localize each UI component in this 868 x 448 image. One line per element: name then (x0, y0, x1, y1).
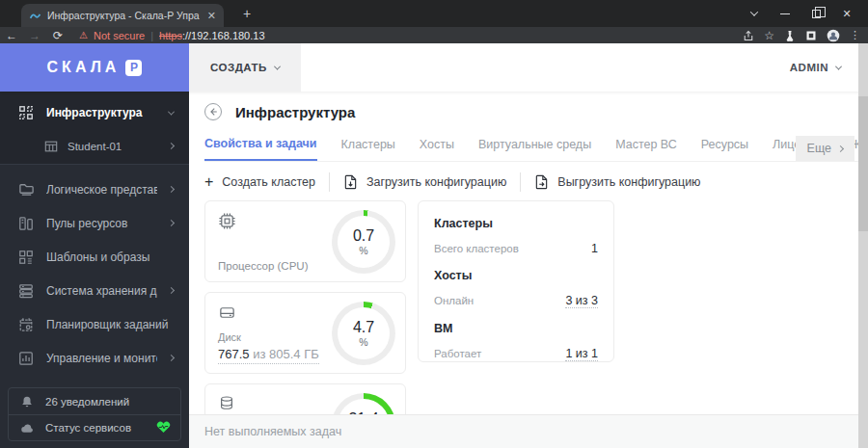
tab-vs-master[interactable]: Мастер ВС (615, 138, 677, 160)
summary-row: Работает 1 из 1 (434, 347, 598, 361)
skala-favicon (29, 10, 41, 22)
chevron-right-icon (168, 186, 175, 193)
cloud-icon (18, 419, 36, 436)
window-controls: ✕ (739, 0, 862, 27)
vm-running-link[interactable]: 1 из 1 (565, 347, 598, 361)
sidebar-active-group: Инфраструктура Student-01 (0, 92, 189, 165)
sidebar-item-student-01[interactable]: Student-01 (0, 130, 189, 162)
extension-flask-icon[interactable] (784, 30, 796, 41)
page-scrollbar[interactable] (858, 43, 868, 448)
tab-hosts[interactable]: Хосты (420, 138, 454, 160)
browser-menu-icon[interactable]: ⋮ (850, 29, 860, 41)
browser-tab[interactable]: Инфраструктура - Скала-Р Упра ✕ (21, 4, 224, 27)
sidebar-item-templates-images[interactable]: Шаблоны и образы (0, 240, 189, 274)
divider (520, 172, 521, 192)
summary-label: Работает (434, 348, 481, 359)
hosts-online-link[interactable]: 3 из 3 (565, 294, 598, 308)
user-menu[interactable]: ADMIN (790, 43, 841, 92)
disk-used-value: 767.5 (218, 347, 250, 361)
cpu-chip-icon (218, 212, 236, 234)
share-icon[interactable] (743, 30, 754, 41)
export-config-button[interactable]: Выгрузить конфигурацию (534, 174, 700, 190)
tab-more-label: Еще (807, 142, 831, 155)
disk-usage-link[interactable]: 767.5 из 805.4 ГБ (218, 347, 319, 364)
chevron-right-icon (168, 220, 175, 226)
tab-close-icon[interactable]: ✕ (207, 10, 216, 22)
user-menu-label: ADMIN (790, 62, 828, 73)
sidebar-item-label: Шаблоны и образы (46, 250, 174, 264)
summary-label: Всего кластеров (434, 243, 519, 254)
notifications-button[interactable]: 26 уведомлений (9, 388, 180, 414)
file-export-icon (534, 174, 549, 190)
load-config-button[interactable]: Загрузить конфигурацию (343, 174, 506, 190)
url-scheme: https (159, 30, 182, 41)
sidebar-item-label: Логическое представление (46, 183, 157, 197)
scheduler-calendar-icon (17, 316, 35, 333)
sidebar-item-management-monitoring[interactable]: Управление и мониторинг (0, 341, 189, 375)
scrollbar-thumb[interactable] (858, 96, 868, 231)
tab-virtual-environments[interactable]: Виртуальные среды (478, 138, 591, 160)
sidebar-item-infrastructure[interactable]: Инфраструктура (0, 95, 189, 130)
window-close-icon[interactable]: ✕ (831, 0, 862, 27)
tab-more-button[interactable]: Еще (796, 136, 854, 161)
sidebar-item-logical-view[interactable]: Логическое представление (0, 172, 189, 206)
restore-icon[interactable] (800, 0, 831, 27)
warning-icon: ⚠ (79, 30, 88, 40)
address-bar[interactable]: ⚠ Not secure | https://192.168.180.13 (79, 30, 743, 41)
create-cluster-label: Создать кластер (222, 175, 315, 189)
tab-resources[interactable]: Ресурсы (701, 138, 748, 160)
minimize-icon[interactable] (770, 0, 800, 27)
clusters-total-value: 1 (591, 242, 598, 255)
cpu-unit: % (359, 245, 367, 256)
table-icon (42, 138, 60, 155)
tab-properties-tasks[interactable]: Свойства и задачи (204, 137, 317, 161)
create-button-label: СОЗДАТЬ (210, 62, 267, 73)
bell-icon (18, 393, 36, 410)
create-button[interactable]: СОЗДАТЬ (189, 43, 301, 92)
not-secure-label[interactable]: Not secure (94, 30, 145, 41)
sidebar-item-resource-pools[interactable]: Пулы ресурсов (0, 206, 189, 240)
disk-card[interactable]: Диск 767.5 из 805.4 ГБ 4.7 % (204, 292, 406, 374)
infrastructure-grid-icon (17, 104, 35, 121)
back-icon[interactable]: ← (0, 29, 23, 42)
browser-menu-chevron-icon[interactable] (739, 0, 770, 27)
profile-avatar[interactable] (827, 29, 840, 42)
page-header: Инфраструктура (204, 103, 355, 120)
page-title: Инфраструктура (235, 104, 355, 120)
disk-gauge: 4.7 % (332, 302, 395, 365)
folder-stack-icon (17, 181, 35, 198)
sidebar-item-task-scheduler[interactable]: Планировщик заданий (0, 307, 189, 341)
plus-icon: + (204, 174, 213, 190)
services-status-button[interactable]: Статус сервисов (9, 414, 180, 440)
url-host: ://192.168.180.13 (182, 30, 265, 41)
new-tab-button[interactable]: + (237, 6, 257, 21)
reload-icon[interactable]: ⟳ (46, 29, 69, 42)
sidebar-item-label: Инфраструктура (46, 106, 157, 119)
summary-title-hosts: Хосты (434, 269, 598, 282)
chevron-right-icon (168, 355, 175, 361)
logo-text: СКАЛА (47, 59, 121, 76)
address-separator: | (150, 30, 153, 41)
bookmark-star-icon[interactable]: ☆ (764, 29, 774, 42)
toolbar-right-icons: ☆ ⋮ (743, 29, 860, 42)
summary-title-clusters: Кластеры (434, 217, 598, 230)
create-cluster-button[interactable]: + Создать кластер (204, 174, 315, 190)
tab-clusters[interactable]: Кластеры (341, 138, 395, 160)
forward-icon[interactable]: → (23, 29, 46, 42)
sidebar-item-storage-system[interactable]: Система хранения данных (0, 274, 189, 307)
chevron-down-icon (835, 63, 842, 69)
task-status-text: Нет выполняемых задач (204, 425, 341, 438)
browser-toolbar: ← → ⟳ ⚠ Not secure | https://192.168.180… (0, 27, 868, 43)
url-text[interactable]: https://192.168.180.13 (159, 30, 265, 41)
extension-box-icon[interactable] (805, 30, 817, 41)
sidebar-footer: 26 уведомлений Статус сервисов (8, 387, 181, 441)
app-header: СКАЛА Р СОЗДАТЬ ADMIN (0, 43, 868, 92)
sidebar-item-label: Система хранения данных (46, 284, 157, 298)
sidebar-item-label: Student-01 (68, 141, 161, 152)
chevron-down-icon (168, 108, 175, 115)
summary-card: Кластеры Всего кластеров 1 Хосты Онлайн … (418, 200, 614, 362)
divider (329, 172, 330, 192)
cpu-card[interactable]: Процессор (CPU) 0.7 % (204, 200, 406, 282)
chevron-down-icon (274, 63, 281, 69)
back-button[interactable] (204, 103, 222, 120)
